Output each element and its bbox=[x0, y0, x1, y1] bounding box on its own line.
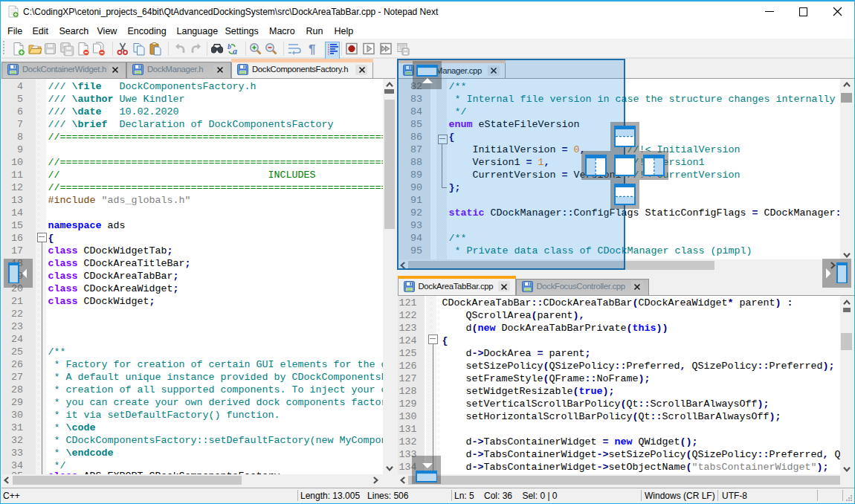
svg-text:¶: ¶ bbox=[309, 42, 315, 56]
svg-text:b: b bbox=[228, 42, 231, 51]
svg-text:a: a bbox=[233, 46, 237, 56]
